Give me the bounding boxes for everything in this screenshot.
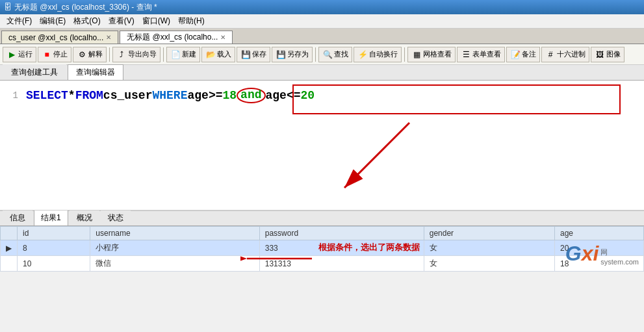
cell-username: 小程序: [90, 240, 259, 256]
table-row[interactable]: 10 微信 131313 女 18: [1, 256, 644, 272]
tab-untitled[interactable]: 无标题 @xxl_cs (localho... ✕: [120, 31, 233, 44]
col-header-gender: gender: [424, 227, 554, 240]
sql-and: and: [237, 88, 265, 103]
run-icon: ▶: [6, 49, 17, 60]
tab-cs-user-close[interactable]: ✕: [106, 34, 111, 41]
find-icon: 🔍: [322, 49, 333, 60]
tab-bar-top: cs_user @xxl_cs (localho... ✕ 无标题 @xxl_c…: [0, 29, 644, 44]
explain-icon: ⚙: [77, 49, 87, 60]
sql-table: cs_user: [103, 89, 153, 102]
hex-icon: #: [545, 49, 556, 60]
watermark-g: G: [565, 242, 582, 266]
sql-col2: age: [266, 89, 287, 102]
gridview-icon: ▦: [411, 49, 422, 60]
results-area: id username password gender age ▶ 8 小程序 …: [0, 226, 644, 272]
line-number-1: 1: [5, 90, 18, 101]
annotation-text: 根据条件，选出了两条数据: [318, 242, 420, 253]
autowrap-label: 自动换行: [369, 49, 398, 59]
menu-edit[interactable]: 编辑(E): [36, 14, 70, 28]
sep3: [315, 47, 316, 62]
tab-untitled-close[interactable]: ✕: [220, 34, 225, 41]
cell-gender: 女: [424, 240, 554, 256]
window-title: 无标题 @xxl_cs (localhost_3306) - 查询 *: [14, 2, 157, 13]
annotation-arrow: [325, 116, 455, 201]
editor-line-1: 1 SELECT * FROM cs_user WHERE age >= 18 …: [0, 86, 644, 105]
new-icon: 📄: [170, 49, 181, 60]
tab-query-editor[interactable]: 查询编辑器: [68, 64, 123, 80]
menu-format[interactable]: 格式(O): [70, 14, 104, 28]
row-marker: [1, 256, 18, 272]
load-button[interactable]: 📂 载入: [201, 47, 235, 62]
hex-label: 十六进制: [557, 49, 586, 59]
hex-button[interactable]: # 十六进制: [541, 47, 589, 62]
save-label: 保存: [252, 49, 266, 59]
tab-cs-user[interactable]: cs_user @xxl_cs (localho... ✕: [1, 31, 118, 44]
watermark: G xi 网system.com: [565, 241, 639, 266]
note-label: 备注: [522, 49, 536, 59]
cell-password: 131313: [259, 256, 424, 272]
cell-id: 10: [18, 256, 90, 272]
menu-view[interactable]: 查看(V): [105, 14, 138, 28]
tab-info[interactable]: 信息: [3, 210, 32, 225]
export-button[interactable]: ⤴ 导出向导: [112, 47, 161, 62]
stop-icon: ■: [42, 49, 52, 60]
col-header-username: username: [90, 227, 259, 240]
gridview-label: 网格查看: [423, 49, 452, 59]
row-marker: ▶: [1, 240, 18, 256]
run-label: 运行: [18, 49, 32, 59]
explain-button[interactable]: ⚙ 解释: [73, 47, 107, 62]
menu-bar: 文件(F) 编辑(E) 格式(O) 查看(V) 窗口(W) 帮助(H): [0, 14, 644, 29]
tab-info-label: 信息: [10, 213, 25, 222]
image-icon: 🖼: [595, 49, 605, 60]
col-header-id: id: [18, 227, 90, 240]
tab-query-builder-label: 查询创建工具: [11, 68, 58, 77]
col-header-age: age: [554, 227, 643, 240]
run-button[interactable]: ▶ 运行: [3, 47, 36, 62]
menu-help[interactable]: 帮助(H): [174, 14, 209, 28]
tab-query-editor-label: 查询编辑器: [76, 68, 115, 77]
find-label: 查找: [334, 49, 348, 59]
sql-select: SELECT: [26, 89, 68, 102]
sql-from: FROM: [75, 89, 103, 102]
tab-cs-user-label: cs_user @xxl_cs (localho...: [8, 33, 103, 42]
tab-overview[interactable]: 概况: [70, 210, 99, 225]
title-bar: 🗄 无标题 @xxl_cs (localhost_3306) - 查询 *: [0, 0, 644, 14]
tab-status-label: 状态: [108, 213, 123, 222]
tab-overview-label: 概况: [77, 213, 92, 222]
sql-val2: 20: [301, 89, 315, 102]
new-button[interactable]: 📄 新建: [166, 47, 200, 62]
tab-result1[interactable]: 结果1: [34, 210, 68, 225]
sql-where: WHERE: [152, 89, 187, 102]
menu-window[interactable]: 窗口(W): [138, 14, 174, 28]
formview-button[interactable]: ☰ 表单查看: [457, 47, 505, 62]
save-icon: 💾: [240, 49, 251, 60]
note-button[interactable]: 📝 备注: [506, 47, 540, 62]
save-button[interactable]: 💾 保存: [237, 47, 270, 62]
sep1: [109, 47, 110, 62]
new-label: 新建: [182, 49, 196, 59]
stop-button[interactable]: ■ 停止: [38, 47, 71, 62]
menu-file[interactable]: 文件(F): [3, 14, 36, 28]
formview-icon: ☰: [461, 49, 471, 60]
table-header-row: id username password gender age: [1, 227, 644, 240]
image-button[interactable]: 🖼 图像: [591, 47, 625, 62]
cell-username: 微信: [90, 256, 259, 272]
note-icon: 📝: [510, 49, 521, 60]
find-button[interactable]: 🔍 查找: [318, 47, 352, 62]
sql-op2: <=: [287, 89, 301, 102]
cell-id: 8: [18, 240, 90, 256]
load-icon: 📂: [205, 49, 216, 60]
app-icon: 🗄: [4, 3, 12, 12]
watermark-xi: xi: [582, 242, 599, 266]
tab-query-builder[interactable]: 查询创建工具: [3, 64, 66, 80]
sql-code: SELECT * FROM cs_user WHERE age >= 18 an…: [26, 88, 315, 103]
autowrap-icon: ⚡: [357, 49, 368, 60]
saveas-button[interactable]: 💾 另存为: [272, 47, 313, 62]
sql-col1: age: [187, 89, 208, 102]
image-label: 图像: [606, 49, 621, 59]
autowrap-button[interactable]: ⚡ 自动换行: [354, 47, 402, 62]
watermark-net: 网system.com: [600, 248, 639, 266]
gridview-button[interactable]: ▦ 网格查看: [407, 47, 456, 62]
editor-area[interactable]: 1 SELECT * FROM cs_user WHERE age >= 18 …: [0, 81, 644, 211]
tab-status[interactable]: 状态: [101, 210, 131, 225]
